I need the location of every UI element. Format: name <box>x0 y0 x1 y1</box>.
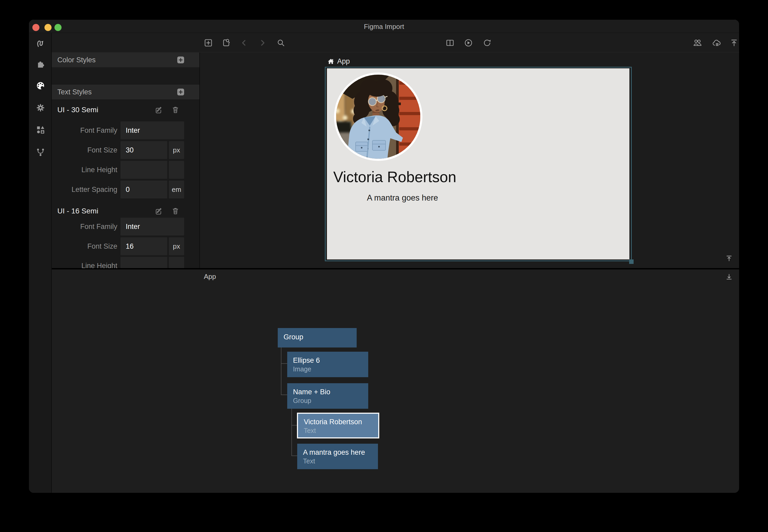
tree-connector <box>291 456 297 456</box>
field-row-line-height: Line Height <box>52 161 199 179</box>
tree-node-ellipse6[interactable]: Ellipse 6 Image <box>287 352 368 377</box>
tree-node-title: Victoria Robertson <box>304 418 362 426</box>
font-size-input[interactable]: 30 <box>120 141 167 159</box>
inspect-page-icon[interactable] <box>221 38 231 48</box>
profile-photo[interactable] <box>333 71 424 162</box>
text-style-row[interactable]: UI - 30 Semi <box>52 103 199 117</box>
assets-export-icon[interactable] <box>35 125 45 135</box>
tree-connector <box>281 395 287 395</box>
field-label: Font Size <box>87 237 117 255</box>
titlebar: Figma Import <box>29 20 739 33</box>
window-title: Figma Import <box>29 20 739 33</box>
tree-node-title: Group <box>283 328 303 346</box>
tree-node-title: Name + Bio <box>293 388 330 396</box>
design-frame-app[interactable]: Victoria Robertson A mantra goes here <box>327 68 629 259</box>
edit-pencil-icon[interactable] <box>154 207 163 216</box>
text-styles-title: Text Styles <box>57 85 92 99</box>
card-mantra-text[interactable]: A mantra goes here <box>367 193 438 203</box>
tree-node-subtitle: Text <box>304 427 316 434</box>
play-icon[interactable] <box>464 38 473 48</box>
tree-node-mantra[interactable]: A mantra goes here Text <box>297 444 378 469</box>
toolbar: ? <box>52 33 739 53</box>
text-style-name: UI - 16 Semi <box>57 204 98 218</box>
field-label: Font Family <box>80 121 117 139</box>
field-label: Font Size <box>87 141 117 159</box>
font-family-input[interactable]: Inter <box>120 121 184 139</box>
tree-node-title: Ellipse 6 <box>293 356 320 365</box>
tree-node-subtitle: Image <box>293 365 311 373</box>
add-text-style-button[interactable] <box>177 89 184 95</box>
branch-merge-icon[interactable] <box>35 147 45 157</box>
field-row-font-family: Font Family Inter <box>52 218 199 236</box>
tree-connector <box>291 425 297 426</box>
tree-node-subtitle: Text <box>303 457 315 465</box>
tree-node-subtitle: Group <box>293 397 311 405</box>
text-styles-header: Text Styles <box>52 85 199 99</box>
breadcrumb[interactable]: App <box>337 57 350 65</box>
trash-icon[interactable] <box>171 105 180 114</box>
add-color-style-button[interactable] <box>177 57 184 63</box>
vector-flow-icon[interactable] <box>35 38 45 48</box>
tree-connector <box>291 409 292 456</box>
field-row-font-family: Font Family Inter <box>52 121 199 139</box>
collapse-down-icon[interactable] <box>725 273 733 281</box>
split-view-icon[interactable] <box>445 38 455 48</box>
field-label: Font Family <box>80 218 117 236</box>
line-height-input[interactable] <box>120 161 167 179</box>
home-icon[interactable] <box>327 57 335 65</box>
edit-pencil-icon[interactable] <box>154 105 163 114</box>
search-icon[interactable] <box>276 38 286 48</box>
font-size-input[interactable]: 16 <box>120 237 167 255</box>
layers-tree-panel: App Group Ellipse 6 Image Name + Bio Gro… <box>52 268 739 493</box>
card-name-text[interactable]: Victoria Robertson <box>333 168 456 186</box>
tool-sidebar <box>29 33 52 493</box>
collaborators-icon[interactable] <box>693 38 702 48</box>
desktop: Figma Import <box>0 0 768 532</box>
tree-node-title: A mantra goes here <box>303 448 365 457</box>
tree-node-group[interactable]: Group <box>278 328 356 347</box>
field-row-font-size: Font Size 16 px <box>52 237 199 255</box>
nav-forward-icon[interactable] <box>258 38 267 48</box>
text-style-row[interactable]: UI - 16 Semi <box>52 204 199 218</box>
app-window: Figma Import <box>29 20 739 493</box>
font-family-input[interactable]: Inter <box>120 218 184 236</box>
line-height-unit[interactable] <box>169 161 184 179</box>
field-label: Letter Spacing <box>72 181 117 198</box>
color-styles-title: Color Styles <box>57 53 96 67</box>
palette-icon[interactable] <box>35 81 45 91</box>
font-size-unit[interactable]: px <box>169 237 184 255</box>
tree-connector <box>281 347 281 395</box>
trash-icon[interactable] <box>171 207 180 216</box>
tree-node-victoria-robertson[interactable]: Victoria Robertson Text <box>297 413 379 438</box>
refresh-icon[interactable] <box>482 38 492 48</box>
field-label: Line Height <box>81 161 117 179</box>
field-row-letter-spacing: Letter Spacing 0 em <box>52 181 199 198</box>
cloud-sync-icon[interactable] <box>712 38 721 48</box>
letter-spacing-input[interactable]: 0 <box>120 181 167 198</box>
text-style-name: UI - 30 Semi <box>57 103 98 117</box>
tree-connector <box>281 363 287 364</box>
settings-gear-icon[interactable] <box>35 103 45 113</box>
tree-node-name-bio[interactable]: Name + Bio Group <box>287 383 368 409</box>
font-size-unit[interactable]: px <box>169 141 184 159</box>
add-frame-icon[interactable] <box>203 38 213 48</box>
color-styles-header: Color Styles <box>52 53 199 67</box>
upload-icon[interactable] <box>729 38 739 48</box>
tree-panel-title: App <box>204 273 216 281</box>
field-row-font-size: Font Size 30 px <box>52 141 199 159</box>
plugin-puzzle-icon[interactable] <box>35 59 45 69</box>
collapse-up-icon[interactable] <box>725 254 733 262</box>
resize-handle[interactable] <box>629 259 634 264</box>
nav-back-icon[interactable] <box>239 38 249 48</box>
letter-spacing-unit[interactable]: em <box>169 181 184 198</box>
